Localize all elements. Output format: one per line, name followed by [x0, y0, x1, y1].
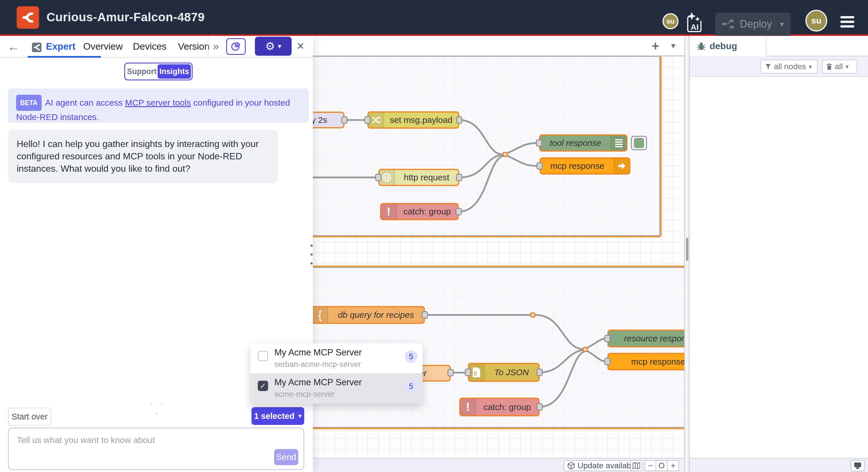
user-avatar[interactable]: su — [805, 10, 827, 32]
send-button[interactable]: Send — [274, 449, 298, 465]
ai-assistant-icon[interactable]: AI — [685, 11, 703, 34]
port-out[interactable] — [536, 403, 543, 411]
server-option-row[interactable]: My Acme MCP Server serban-acme-mcp-serve… — [250, 343, 423, 373]
deploy-icon — [722, 19, 735, 29]
exclamation-icon: ! — [381, 204, 397, 219]
debug-clear-label: all — [835, 62, 843, 71]
chat-input[interactable] — [9, 429, 303, 469]
back-arrow-icon[interactable]: ← — [7, 40, 20, 54]
node-change[interactable]: set msg.payload — [367, 111, 459, 129]
server-subtitle: acme-mcp-server — [274, 390, 415, 399]
node-json[interactable]: {} To JSON — [468, 363, 539, 382]
selected-caret-icon: ▾ — [299, 412, 302, 420]
node-http-request[interactable]: http request — [378, 169, 459, 186]
main-menu-icon[interactable] — [840, 16, 854, 28]
zoom-controls: − O + — [645, 460, 679, 471]
tool-count-badge: 5 — [405, 350, 417, 363]
port-out[interactable] — [341, 116, 348, 124]
tab-debug-label: debug — [710, 41, 737, 51]
node-debug-tool-response[interactable]: tool response — [539, 135, 627, 152]
deploy-button[interactable]: Deploy ▾ — [715, 12, 790, 36]
zoom-out-button[interactable]: − — [645, 460, 656, 471]
port-out[interactable] — [536, 368, 543, 376]
tabs-overflow-chevron[interactable]: » — [213, 40, 219, 53]
zoom-reset-button[interactable]: O — [656, 460, 668, 471]
port-in[interactable] — [364, 116, 371, 124]
mcp-server-tools-link[interactable]: MCP server tools — [125, 98, 191, 107]
node-inject[interactable]: every 2s — [313, 112, 344, 128]
zoom-in-button[interactable]: + — [668, 460, 679, 471]
selected-count-label: 1 selected — [254, 411, 294, 421]
node-label: mcp response — [609, 357, 689, 366]
update-available-button[interactable]: Update available — [564, 460, 642, 471]
node-debug-resource-response[interactable]: resource response — [608, 330, 689, 347]
tab-devices[interactable]: Devices — [133, 41, 166, 52]
top-navbar: Curious-Amur-Falcon-4879 su AI Deploy ▾ … — [0, 0, 868, 36]
node-mcp-response[interactable]: mcp response — [539, 157, 630, 175]
team-avatar[interactable]: su — [662, 13, 679, 29]
package-icon — [568, 462, 575, 469]
node-catch[interactable]: ! catch: group — [380, 203, 459, 220]
checkbox-unchecked[interactable] — [258, 351, 268, 361]
port-in[interactable] — [536, 162, 543, 170]
mcp-server-dropdown: My Acme MCP Server serban-acme-mcp-serve… — [250, 343, 423, 404]
selected-servers-button[interactable]: 1 selected ▾ — [251, 407, 304, 425]
usage-chart-button[interactable] — [226, 38, 246, 55]
debug-sidebar: debug i ⚙ ▾ all nodes ▾ all ▾ — [689, 36, 868, 472]
node-db-query[interactable]: { db query for recipes — [313, 306, 425, 324]
port-in[interactable] — [536, 139, 542, 147]
scrollbar-thumb[interactable] — [686, 238, 688, 261]
exclamation-icon: ! — [460, 399, 476, 415]
debug-filter-button[interactable]: all nodes ▾ — [761, 60, 817, 73]
debug-toolbar: all nodes ▾ all ▾ — [689, 56, 868, 77]
wire-junction[interactable] — [503, 152, 508, 157]
clear-caret-icon: ▾ — [846, 63, 848, 70]
debug-toggle-button[interactable] — [631, 136, 647, 150]
deploy-caret-icon[interactable]: ▾ — [780, 20, 784, 29]
port-out[interactable] — [456, 208, 462, 215]
tab-version[interactable]: Version — [178, 41, 210, 52]
server-option-row[interactable]: ✓ My Acme MCP Server acme-mcp-server 5 — [250, 373, 423, 404]
node-catch[interactable]: ! catch: group — [459, 397, 539, 416]
panel-resize-handle[interactable]: · · · — [149, 398, 166, 418]
update-available-label: Update available — [578, 461, 638, 470]
instance-title: Curious-Amur-Falcon-4879 — [46, 10, 205, 24]
debug-sidebar-icon — [611, 136, 626, 150]
port-in[interactable] — [604, 358, 611, 365]
assistant-welcome-message: Hello! I can help you gather insights by… — [8, 130, 278, 183]
port-in[interactable] — [375, 174, 381, 181]
node-mcp-response[interactable]: mcp response — [608, 353, 689, 371]
checkbox-checked[interactable]: ✓ — [258, 381, 268, 391]
funnel-icon — [765, 64, 771, 69]
canvas-scrollbar[interactable] — [684, 36, 689, 472]
flowfuse-logo-icon[interactable] — [17, 6, 39, 29]
close-icon[interactable]: × — [297, 39, 304, 53]
sidebar-tabrow: debug i ⚙ ▾ — [689, 36, 868, 56]
port-out[interactable] — [447, 369, 454, 376]
toggle-support[interactable]: Support — [126, 64, 158, 79]
toggle-insights[interactable]: Insights — [158, 64, 191, 79]
tab-debug[interactable]: debug — [690, 36, 766, 56]
tab-overview[interactable]: Overview — [83, 41, 123, 52]
wire-junction[interactable] — [530, 313, 535, 318]
debug-filter-label: all nodes — [774, 62, 806, 71]
deploy-label: Deploy — [740, 18, 772, 30]
flow-list-caret-icon[interactable]: ▾ — [671, 40, 675, 51]
assistant-settings-button[interactable]: ⚙ ▾ — [255, 37, 291, 56]
port-in[interactable] — [465, 368, 471, 376]
panel-splitter-handle[interactable] — [311, 245, 314, 264]
port-in[interactable] — [604, 335, 611, 342]
debug-clear-button[interactable]: all ▾ — [822, 60, 857, 73]
navigator-button[interactable] — [630, 460, 642, 471]
wire-junction[interactable] — [583, 347, 588, 352]
flow-canvas[interactable]: every 2s set msg.payload tool response m… — [313, 36, 689, 472]
start-over-button[interactable]: Start over — [8, 408, 51, 425]
add-flow-icon[interactable]: + — [652, 38, 659, 54]
port-out[interactable] — [456, 116, 462, 124]
port-out[interactable] — [422, 311, 428, 319]
tab-expert[interactable]: Expert — [46, 41, 75, 52]
port-out[interactable] — [456, 174, 462, 181]
debug-toggle-state — [634, 138, 644, 148]
open-window-button[interactable] — [851, 460, 865, 471]
beta-banner: BETAAI agent can access MCP server tools… — [8, 88, 309, 123]
